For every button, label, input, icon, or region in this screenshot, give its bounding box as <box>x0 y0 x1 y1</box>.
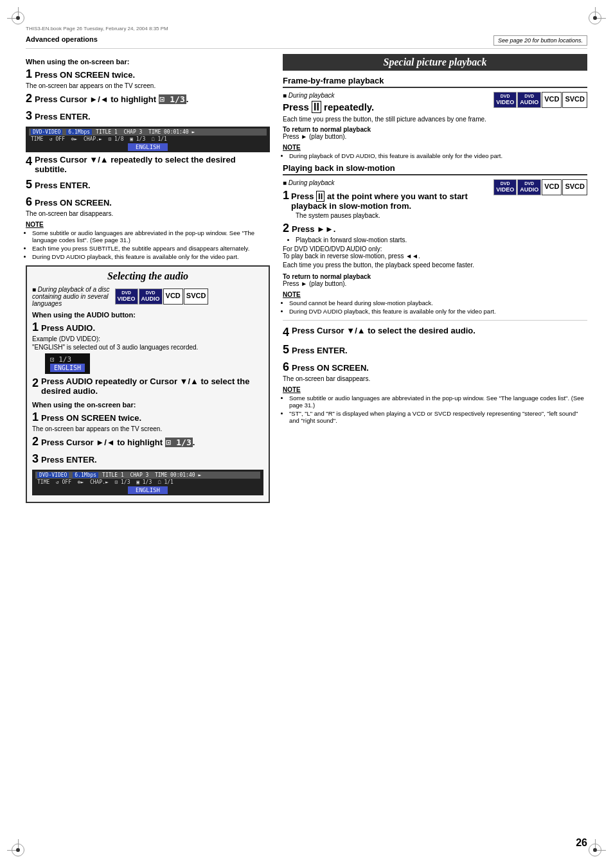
frame-badge-group: DVD VIDEO DVD AUDIO VCD SVCD <box>493 92 587 108</box>
step-1-desc: The on-screen bar appears on the TV scre… <box>26 82 270 89</box>
frame-section-title: Frame-by-frame playback <box>283 76 587 88</box>
corner-mark-bl <box>12 844 24 856</box>
slow-step-1-text: Press II at the point where you want to … <box>291 191 490 211</box>
audio-step-1-text: Press AUDIO. <box>41 323 95 333</box>
step-6-text: Press ON SCREEN. <box>35 198 112 208</box>
slow-step-1-desc: The system pauses playback. <box>296 212 490 219</box>
note-box-1: NOTE Some subtitle or audio languages ar… <box>26 221 270 260</box>
frame-desc: Each time you press the button, the stil… <box>283 116 488 123</box>
special-section-header: Special picture playback <box>283 54 587 71</box>
slow-note-box: NOTE Sound cannot be heard during slow-m… <box>283 291 587 315</box>
audio-step-2: 2 Press AUDIO repeatedly or Cursor ▼/▲ t… <box>32 376 263 397</box>
step-3: 3 Press ENTER. <box>26 109 270 124</box>
audio-os-step-1-num: 1 <box>32 411 39 424</box>
slow-step-2-desc1: Playback in forward slow-motion starts. <box>296 236 587 244</box>
slow-return-block: To return to normal playback Press ► (pl… <box>283 272 587 287</box>
step-1: 1 Press ON SCREEN twice. The on-screen b… <box>26 67 270 89</box>
audio-step-1-desc: Example (DVD VIDEO): <box>32 335 263 342</box>
frame-return-label: To return to normal playback <box>283 126 371 133</box>
header-bar: Advanced operations See page 20 for butt… <box>26 35 587 49</box>
slow-note-list: Sound cannot be heard during slow-motion… <box>283 299 587 315</box>
slow-note-item: Sound cannot be heard during slow-motion… <box>289 299 587 306</box>
slow-dvd-audio-badge: DVD AUDIO <box>517 179 541 195</box>
slow-vcd-badge: VCD <box>542 179 562 195</box>
right-note-box: NOTE Some subtitle or audio languages ar… <box>283 386 587 424</box>
during-playback-row: ■ During playback of a disccontaining au… <box>32 286 263 307</box>
note-list-1: Some subtitle or audio languages are abb… <box>26 229 270 260</box>
frame-during-text: ■ During playback <box>283 92 488 99</box>
step-5: 5 Press ENTER. <box>26 178 270 193</box>
corner-mark-tl <box>12 12 24 24</box>
audio-os-step-2-num: 2 <box>32 435 39 448</box>
slow-step-2-desc2: Each time you press the button, the play… <box>283 261 587 269</box>
audio-os-step-1: 1 Press ON SCREEN twice. The on-screen b… <box>32 411 263 432</box>
right-note-label: NOTE <box>283 386 587 393</box>
frame-dvd-video-badge: DVD VIDEO <box>493 92 517 108</box>
step-3-num: 3 <box>26 109 32 123</box>
file-info: THIS3-EN.book Page 26 Tuesday, February … <box>26 26 587 31</box>
right-note-item: "ST", "L" and "R" is displayed when play… <box>289 410 587 424</box>
dvd-audio-badge: DVD AUDIO <box>139 288 163 305</box>
section-title: Advanced operations <box>26 35 98 43</box>
corner-mark-tr <box>589 12 601 24</box>
note-item: During DVD AUDIO playback, this feature … <box>32 253 270 260</box>
divider <box>283 320 587 321</box>
vcd-badge: VCD <box>163 288 183 305</box>
left-column: When using the on-screen bar: 1 Press ON… <box>26 54 270 508</box>
audio-os-step-1-text: Press ON SCREEN twice. <box>41 413 141 423</box>
step-5-num: 5 <box>26 178 32 191</box>
step-1-num: 1 <box>26 67 32 81</box>
slow-step-2-num: 2 <box>283 222 289 235</box>
audio-os-step-1-desc: The on-screen bar appears on the TV scre… <box>32 425 263 432</box>
frame-return-block: To return to normal playback Press ► (pl… <box>283 125 587 140</box>
dvd-video-badge: DVD VIDEO <box>115 288 138 305</box>
step-1-text: Press ON SCREEN twice. <box>35 70 135 80</box>
right-step-4: 4 Press Cursor ▼/▲ to select the desired… <box>283 326 587 341</box>
step-3-text: Press ENTER. <box>35 112 91 121</box>
see-page-note: See page 20 for button locations. <box>493 35 587 46</box>
step-2: 2 Press Cursor ►/◄ to highlight ⊡ 1/3. <box>26 92 270 107</box>
audio-os-step-2-text: Press Cursor ►/◄ to highlight ⊡ 1/3. <box>41 438 195 447</box>
right-column: Special picture playback Frame-by-frame … <box>283 54 587 508</box>
during-text: ■ During playback of a disccontaining au… <box>32 286 110 307</box>
note-item: Each time you press SUBTITLE, the subtit… <box>32 245 270 252</box>
frame-note-box: NOTE During playback of DVD AUDIO, this … <box>283 144 587 159</box>
right-step-6-num: 6 <box>283 360 289 374</box>
audio-step-2-text: Press AUDIO repeatedly or Cursor ▼/▲ to … <box>41 376 263 396</box>
right-step-5: 5 Press ENTER. <box>283 343 587 358</box>
audio-os-step-3-num: 3 <box>32 452 39 466</box>
right-step-4-text: Press Cursor ▼/▲ to select the desired a… <box>292 326 475 335</box>
right-step-6-desc: The on-screen bar disappears. <box>283 375 587 382</box>
frame-dvd-audio-badge: DVD AUDIO <box>517 92 541 108</box>
selecting-audio-title: Selecting the audio <box>32 270 263 282</box>
frame-svcd-badge: SVCD <box>562 92 587 108</box>
slow-note-label: NOTE <box>283 291 587 298</box>
step-6: 6 Press ON SCREEN. The on-screen bar dis… <box>26 195 270 217</box>
slow-step-2-subtext: To play back in reverse slow-motion, pre… <box>283 252 587 260</box>
step-5-text: Press ENTER. <box>35 181 91 190</box>
slow-dvd-video-badge: DVD VIDEO <box>493 179 517 195</box>
step-6-num: 6 <box>26 195 32 209</box>
slow-return-label: To return to normal playback <box>283 273 371 280</box>
note-item: Some subtitle or audio languages are abb… <box>32 229 270 244</box>
slow-return-text: Press ► (play button). <box>283 280 587 287</box>
slow-step-2-sublabel: For DVD VIDEO/DVD AUDIO only: <box>283 245 587 252</box>
screen-display-2: DVD-VIDEO 6.1Mbps TITLE 1 CHAP 3 TIME 00… <box>32 470 263 495</box>
audio-screen-display: ⊡ 1/3 ENGLISH <box>45 353 263 374</box>
right-step-5-text: Press ENTER. <box>292 346 348 355</box>
frame-note-list: During playback of DVD AUDIO, this featu… <box>283 152 587 159</box>
frame-note-label: NOTE <box>283 144 587 151</box>
selecting-audio-section: Selecting the audio ■ During playback of… <box>26 265 270 503</box>
step-2-num: 2 <box>26 92 32 105</box>
frame-return-text: Press ► (play button). <box>283 133 587 140</box>
english-display: ENGLISH <box>50 364 85 372</box>
frame-note-item: During playback of DVD AUDIO, this featu… <box>289 152 587 159</box>
right-note-item: Some subtitle or audio languages are abb… <box>289 394 587 409</box>
slow-step-2-details: Playback in forward slow-motion starts. <box>283 236 587 244</box>
right-step-5-num: 5 <box>283 343 289 357</box>
svcd-badge: SVCD <box>184 288 209 305</box>
when-audio-button: When using the AUDIO button: <box>32 311 263 319</box>
when-onscreen-audio: When using the on-screen bar: <box>32 401 263 409</box>
right-step-6-text: Press ON SCREEN. <box>292 363 369 373</box>
slow-step-1-num: 1 <box>283 189 289 202</box>
